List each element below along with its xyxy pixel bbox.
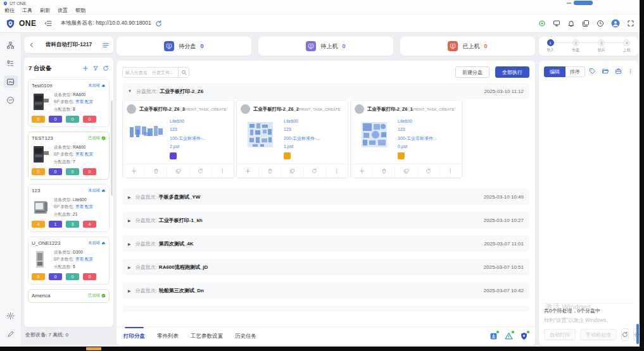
more-kebab-icon[interactable] xyxy=(440,164,462,178)
layers-icon[interactable] xyxy=(582,20,590,27)
status-cards: 待分盘 0 待上机 0 已上机 0 xyxy=(117,37,535,56)
connection-status-icon[interactable] xyxy=(538,20,546,27)
copy-icon[interactable] xyxy=(167,164,189,178)
execute-all-button[interactable]: 全部执行 xyxy=(495,66,529,78)
task-list-icon[interactable] xyxy=(4,57,18,70)
devices-icon[interactable] xyxy=(553,20,560,27)
counter-badge: 0 xyxy=(49,168,62,175)
tab-print-plate[interactable]: 打印分盘 xyxy=(123,327,145,345)
refresh-devices-icon[interactable] xyxy=(103,63,109,74)
bp-config-link[interactable]: 配置 xyxy=(85,204,93,209)
counter-badge: 0 xyxy=(66,168,79,175)
server-address: 本地服务器名: http://10.0.40.90:18001 xyxy=(61,20,151,27)
slice-service-icon[interactable] xyxy=(505,332,513,340)
refresh-icon[interactable] xyxy=(304,164,326,178)
menu-item-help[interactable]: 帮助 xyxy=(75,7,85,14)
copy-icon[interactable] xyxy=(395,164,417,178)
filter-funnel-icon[interactable] xyxy=(92,63,99,74)
bp-view-link[interactable]: 查看 xyxy=(75,152,84,156)
device-card[interactable]: America 已就绪 xyxy=(28,289,110,303)
refresh-icon[interactable] xyxy=(418,164,440,178)
menu-item-tools[interactable]: 工具 xyxy=(22,7,32,14)
search-input[interactable] xyxy=(123,68,178,77)
plate-card[interactable]: 工业手板打印-2_Z6_1PRINT_TASK_CREATE Lite600 1… xyxy=(350,100,462,178)
auto-print-button[interactable]: 自动打印 xyxy=(544,329,576,340)
back-arrow-icon[interactable] xyxy=(28,39,35,51)
device-card[interactable]: TEST123 已就绪 设备类型: RA600 BP 参数包: 查看 配置 分配… xyxy=(28,132,110,180)
more-kebab-icon[interactable] xyxy=(628,66,633,77)
server-refresh-icon[interactable] xyxy=(155,20,162,27)
manual-preprocess-button[interactable]: 手动前处理 xyxy=(580,329,617,340)
batch-row[interactable]: ▶ 分盘批次: 手板多盘测试_YW 2025-03-10 10:49 xyxy=(122,188,529,205)
pen-tool-icon[interactable] xyxy=(4,328,18,340)
batch-row[interactable]: ▶ 分盘批次: 第四次测试_4K 2025-03-07 11:01 xyxy=(122,235,529,252)
delete-icon[interactable] xyxy=(373,164,395,178)
sidebar-collapse-icon[interactable] xyxy=(44,20,52,27)
menu-item-settings[interactable]: 设置 xyxy=(58,7,68,14)
notifications-bell-icon[interactable] xyxy=(567,20,575,27)
bp-view-link[interactable]: 查看 xyxy=(75,99,84,104)
refresh-icon[interactable] xyxy=(190,164,212,178)
bp-view-link[interactable]: 查看 xyxy=(75,204,84,209)
add-icon[interactable] xyxy=(123,164,145,178)
device-card[interactable]: Test0109 未就绪 设备类型: RA600 BP 参数包: 查看 配置 分… xyxy=(28,79,110,127)
plate-card[interactable]: 工业手板打印-2_Z6_3PRINT_TASK_CREATE Lite600 1… xyxy=(122,100,234,178)
tab-history-tasks[interactable]: 历史任务 xyxy=(235,327,256,345)
tab-process-params[interactable]: 工艺参数设置 xyxy=(191,327,223,345)
print-plate-view-icon[interactable] xyxy=(4,75,18,88)
menu-item-go[interactable]: 前往 xyxy=(4,7,15,14)
copy-icon[interactable] xyxy=(281,164,303,178)
more-kebab-icon[interactable] xyxy=(326,164,348,178)
avatar xyxy=(127,104,136,114)
import-service-icon[interactable] xyxy=(489,332,498,340)
user-avatar[interactable] xyxy=(611,19,620,28)
search-icon[interactable] xyxy=(178,68,189,77)
new-batch-button[interactable]: 新建分盘 xyxy=(455,66,489,78)
device-card[interactable]: 123 未就绪 设备类型: Lite600 BP 参数包: 查看 配置 分配盘数… xyxy=(28,184,110,232)
menu-item-refresh[interactable]: 刷新 xyxy=(40,7,50,14)
window-scrollbar-thumb[interactable] xyxy=(636,324,639,344)
add-icon[interactable] xyxy=(237,164,259,178)
briefcase-icon[interactable] xyxy=(615,66,622,77)
plate-card[interactable]: 工业手板打印-2_Z6_2PRINT_TASK_CREATE Lite600 1… xyxy=(236,100,348,178)
minimize-button[interactable] xyxy=(567,3,571,4)
cloud-icon xyxy=(101,188,106,193)
counter-badge: 0 xyxy=(66,116,79,123)
sort-button[interactable]: 排序 xyxy=(565,66,585,77)
add-device-icon[interactable] xyxy=(82,63,89,74)
batch-row-partial[interactable] xyxy=(122,305,529,312)
refresh-button[interactable] xyxy=(621,328,629,341)
fullscreen-icon[interactable] xyxy=(627,20,635,27)
delete-icon[interactable] xyxy=(259,164,281,178)
tag-icon[interactable] xyxy=(589,66,596,77)
folder-open-icon[interactable] xyxy=(602,66,609,77)
header-actions xyxy=(538,19,635,28)
batch-row-expanded[interactable]: ▼ 分盘批次: 工业手板打印-2_Z6 2025-03-10 11:12 xyxy=(122,83,529,99)
sitemap-icon[interactable] xyxy=(4,39,18,51)
bp-config-link[interactable]: 配置 xyxy=(85,152,93,156)
stat-pending-machine[interactable]: 待上机 0 xyxy=(258,37,393,56)
shield-service-icon[interactable] xyxy=(520,332,528,340)
settings-gear-icon[interactable] xyxy=(4,309,18,322)
bp-config-link[interactable]: 配置 xyxy=(85,257,93,261)
tab-part-list[interactable]: 零件列表 xyxy=(157,327,179,345)
project-menu-icon[interactable] xyxy=(103,39,109,51)
batch-row[interactable]: ▶ 分盘批次: RA600流程跑测试_jD 2025-03-07 10:51 xyxy=(122,259,529,275)
bp-view-link[interactable]: 查看 xyxy=(75,257,84,261)
bp-config-link[interactable]: 配置 xyxy=(85,99,93,104)
batch-row[interactable]: ▶ 分盘批次: 工业手板打印-1_kh 2025-03-10 10:27 xyxy=(122,212,529,228)
caret-down-icon: ▼ xyxy=(128,89,132,93)
stat-on-machine[interactable]: 已上机 0 xyxy=(400,37,535,56)
history-clock-icon[interactable] xyxy=(597,20,604,27)
stat-pending-plate[interactable]: 待分盘 0 xyxy=(117,37,251,56)
window-control-pill[interactable] xyxy=(574,1,593,5)
more-kebab-icon[interactable] xyxy=(212,164,234,178)
delete-icon[interactable] xyxy=(145,164,167,178)
batch-row[interactable]: ▶ 分盘批次: 轮船第三次测试_Dn 2025-03-07 10:42 xyxy=(122,282,529,299)
batch-date: 2025-03-10 11:12 xyxy=(484,89,524,94)
edit-button[interactable]: 编辑 xyxy=(544,66,565,77)
device-card[interactable]: U_ONE1223 未就绪 设备类型: D300 BP 参数包: 查看 配置 分… xyxy=(28,237,110,285)
add-icon[interactable] xyxy=(351,164,373,178)
device-list-scrollbar[interactable] xyxy=(111,101,113,195)
monitor-dashboard-icon[interactable] xyxy=(4,94,18,106)
